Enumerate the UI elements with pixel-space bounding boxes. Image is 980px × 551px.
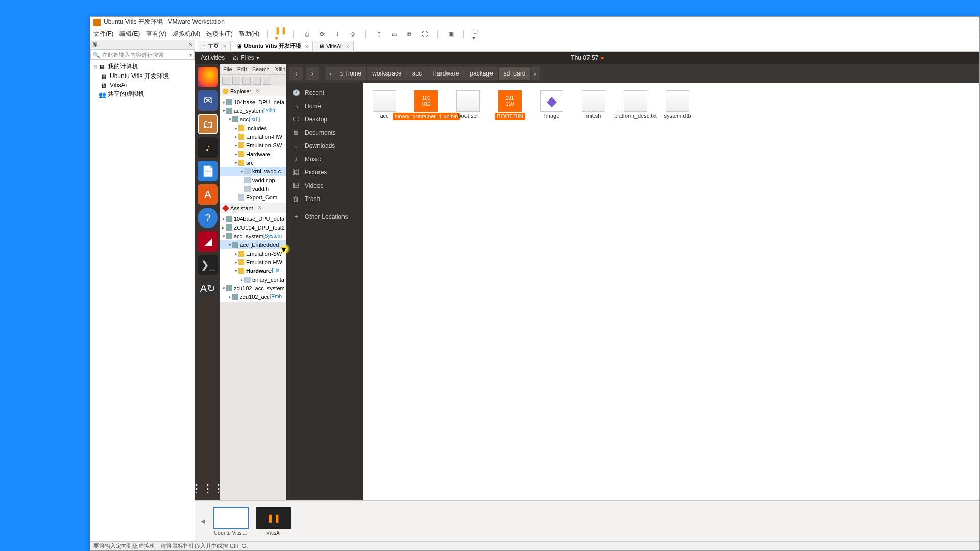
menu-file[interactable]: 文件(F) [93, 30, 113, 38]
tree-item[interactable]: ▾acc [ xrt ] [220, 115, 286, 123]
vitis-menu-file[interactable]: File [223, 66, 232, 72]
library-close-button[interactable]: × [189, 41, 193, 49]
tree-item[interactable]: ▾zcu102_acc_system [220, 284, 286, 292]
dock-firefox[interactable] [198, 67, 218, 87]
file-systemdtb[interactable]: system.dtb [661, 90, 694, 120]
tree-item[interactable]: ▸Emulation-HW [220, 258, 286, 266]
menu-vm[interactable]: 虚拟机(M) [173, 30, 200, 38]
pause-button[interactable]: ❚❚ ▾ [276, 30, 285, 39]
thumb-prev[interactable]: ◂ [201, 516, 206, 526]
vitis-menu-edit[interactable]: Edit [237, 66, 247, 72]
tree-item[interactable]: ▸Includes [220, 123, 286, 132]
layout1-button[interactable]: ▯ [374, 30, 383, 39]
path-up-button[interactable]: ◂ [325, 67, 334, 80]
path-seg[interactable]: package [464, 67, 498, 80]
snapshot-button[interactable]: ⎙ [302, 30, 311, 39]
close-icon[interactable]: × [305, 43, 308, 49]
close-icon[interactable]: ✕ [255, 88, 260, 94]
layout4-button[interactable]: ⛶ [420, 30, 429, 39]
tb-debug[interactable] [253, 77, 261, 85]
thumb-vm1[interactable]: Ubuntu Vitis ... [213, 507, 249, 536]
dock-help[interactable]: ? [198, 208, 218, 228]
side-videos[interactable]: 🎞Videos [286, 179, 363, 192]
menu-edit[interactable]: 编辑(E) [119, 30, 140, 38]
dock-updater[interactable]: A↻ [198, 278, 218, 298]
tree-item[interactable]: ▸Hardware [220, 149, 286, 158]
tree-item[interactable]: ▾acc_system [ xilin [220, 106, 286, 115]
tb-save[interactable] [232, 77, 240, 85]
tree-item[interactable]: ▾acc [Embedded [220, 240, 286, 249]
lib-node-shared[interactable]: 👥 共享的虚拟机 [92, 89, 193, 99]
close-icon[interactable]: × [346, 43, 349, 49]
path-seg-current[interactable]: sd_card [499, 67, 531, 80]
thumb-vm2[interactable]: ❚❚ VitisAi [256, 507, 291, 536]
menu-view[interactable]: 查看(V) [146, 30, 166, 38]
close-icon[interactable]: × [223, 43, 226, 49]
layout2-button[interactable]: ▭ [389, 30, 399, 39]
tree-item[interactable]: vadd.cpp [220, 176, 286, 184]
tree-item[interactable]: vadd.h [220, 184, 286, 193]
nav-forward-button[interactable]: › [306, 67, 319, 80]
tree-item[interactable]: ▸zcu102_acc [Emb [220, 292, 286, 301]
path-seg[interactable]: Hardware [427, 67, 464, 80]
file-platformdesc[interactable]: platform_desc.txt [619, 90, 652, 120]
guest-display[interactable]: Activities 🗂 Files ▾ Thu 07:57● ✉ 🗂 [195, 52, 979, 541]
dock-rhythmbox[interactable]: ♪ [198, 137, 218, 158]
vitis-menu-search[interactable]: Search [252, 66, 270, 72]
side-other[interactable]: +Other Locations [286, 210, 363, 223]
tree-item[interactable]: ▸Emulation-HW [220, 132, 286, 141]
file-binary-container[interactable]: 101010binary_container_1.xclbin [410, 90, 443, 120]
tree-item[interactable]: ▾src [220, 158, 286, 167]
path-home[interactable]: ⌂Home [334, 67, 367, 80]
assistant-tab[interactable]: Assistant ✕ [220, 203, 286, 213]
path-seg[interactable]: acc [407, 67, 428, 80]
lib-node-mycomputer[interactable]: ⊟ 🖥 我的计算机 [92, 62, 193, 71]
side-pictures[interactable]: 🖼Pictures [286, 166, 363, 179]
tree-item[interactable]: ▸binary_conta [220, 275, 286, 284]
dock-software[interactable]: A [198, 184, 218, 205]
fullscreen-button[interactable]: ▣ [446, 30, 455, 39]
tb-new[interactable] [222, 77, 230, 85]
lib-node-vm1[interactable]: 🖥 Ubuntu Vitis 开发环境 [92, 71, 193, 81]
manage-button[interactable]: ◎ [348, 30, 357, 39]
explorer-tab[interactable]: Explorer ✕ [220, 86, 286, 96]
revert-button[interactable]: ⤓ [333, 30, 342, 39]
layout3-button[interactable]: ⧉ [405, 30, 414, 39]
file-bootscr[interactable]: boot.scr [452, 90, 484, 120]
nautilus-content[interactable]: acc 101010binary_container_1.xclbin boot… [363, 83, 979, 500]
tree-item[interactable]: ▸ZCU104_DPU_test2 [220, 223, 286, 232]
menu-help[interactable]: 帮助(H) [239, 30, 260, 38]
side-recent[interactable]: 🕘Recent [286, 86, 363, 99]
dropdown-icon[interactable]: ▾ [189, 52, 192, 58]
dock-thunderbird[interactable]: ✉ [198, 90, 218, 111]
vm-tab-1[interactable]: 🖥 Ubuntu Vitis 开发环境 × [232, 41, 313, 51]
tb-run[interactable] [263, 77, 271, 85]
lib-node-vm2[interactable]: 🖥 VitisAi [92, 81, 193, 89]
clock[interactable]: Thu 07:57● [571, 54, 604, 61]
vm-tab-2[interactable]: 🖥 VitisAi × [314, 41, 354, 51]
menu-tabs[interactable]: 选项卡(T) [206, 30, 232, 38]
path-more-button[interactable]: ▸ [531, 67, 540, 80]
vitis-menu-xilinx[interactable]: Xilin [275, 66, 286, 72]
file-image[interactable]: Image [535, 90, 568, 120]
tb-build[interactable] [242, 77, 251, 85]
file-initsh[interactable]: init.sh [577, 90, 610, 120]
tree-item[interactable]: Export_Com [220, 193, 286, 202]
tree-item[interactable]: ▾acc_system [System [220, 232, 286, 240]
dock-files[interactable]: 🗂 [198, 114, 218, 134]
side-home[interactable]: ⌂Home [286, 99, 363, 113]
side-music[interactable]: ♪Music [286, 153, 363, 166]
close-icon[interactable]: ✕ [257, 205, 262, 211]
tree-item[interactable]: ▸104base_DPU_defa [220, 214, 286, 223]
library-search[interactable]: 🔍 在此处键入内容进行搜索 ▾ [90, 49, 195, 60]
vm-tab-home[interactable]: ⌂ 主页 × [198, 41, 231, 51]
clock-button[interactable]: ⟳ [317, 30, 327, 39]
tree-item[interactable]: ▸Emulation-SW [220, 141, 286, 149]
activities-button[interactable]: Activities [201, 54, 225, 61]
path-seg[interactable]: workspace [367, 67, 407, 80]
tree-item[interactable]: ▸Emulation-SW [220, 249, 286, 258]
dock-vitis[interactable]: ◢ [198, 231, 218, 252]
side-desktop[interactable]: 🖵Desktop [286, 113, 363, 126]
tree-item-selected[interactable]: ▸krnl_vadd.c [220, 167, 286, 176]
side-documents[interactable]: 🗎Documents [286, 126, 363, 139]
